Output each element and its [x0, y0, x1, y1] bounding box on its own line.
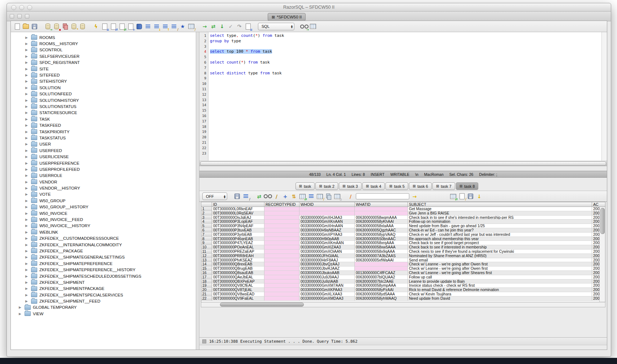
close-window-icon[interactable] — [11, 5, 16, 10]
disclosure-triangle-icon[interactable]: ▶ — [25, 268, 29, 272]
disclosure-triangle-icon[interactable]: ▶ — [25, 255, 29, 259]
tree-item-zkfedex-internationalcommodity[interactable]: ▶ZKFEDEX__INTERNATIONALCOMMODITY — [11, 242, 196, 248]
row-number-cell[interactable]: 20 — [201, 288, 212, 292]
close-tab-icon[interactable]: ⊠ — [299, 184, 302, 188]
cell[interactable]: 0033000000GmXM7AAN — [299, 283, 355, 288]
tree-item-w50-group-history[interactable]: ▶W50_GROUP__HISTORY — [11, 204, 196, 210]
open-file-icon[interactable] — [22, 23, 29, 30]
minimize-window-icon[interactable] — [19, 5, 24, 10]
cell[interactable]: 0033000000JFhGlAAL — [299, 254, 355, 258]
tree-item-solutionfeed[interactable]: ▶SOLUTIONFEED — [11, 91, 196, 97]
cell[interactable]: 0033000000GmXHnAAN — [299, 224, 355, 228]
close-document-icon[interactable]: ⊠ — [272, 15, 275, 20]
tree-item-scontrol[interactable]: ▶SCONTROL — [11, 47, 196, 53]
cell[interactable]: 0033000000JbukoAAB — [299, 271, 355, 275]
split-handle[interactable] — [196, 32, 199, 350]
view-log-icon[interactable]: ≡ — [245, 23, 251, 30]
sql-editor[interactable]: 1select type, count(*) from task2group b… — [199, 32, 607, 161]
cell[interactable]: Check back to see if good target prospec… — [408, 241, 592, 245]
edit-cell-icon[interactable]: / — [273, 193, 280, 200]
row-limit-select[interactable]: OFF ▲▼ — [202, 192, 227, 200]
cell[interactable]: 006300000058yPzAAI — [355, 288, 408, 292]
generate-ddl-icon[interactable]: + — [127, 23, 134, 30]
grid-vscroll-thumb[interactable] — [600, 208, 605, 234]
database-object-tree[interactable]: ▶ROOMS▶ROOMS__HISTORY▶SCONTROL▶SELFSERVI… — [11, 32, 196, 350]
reload-table-icon[interactable]: ⇄ — [299, 193, 306, 200]
cell[interactable]: 0033000000GmXOiAAN — [299, 250, 355, 254]
disclosure-triangle-icon[interactable]: ▶ — [25, 92, 29, 96]
cell[interactable] — [355, 262, 408, 266]
cell[interactable]: 0033000000GmXIZAA3 — [299, 245, 355, 250]
disclosure-triangle-icon[interactable]: ▶ — [25, 161, 29, 165]
column-header-WHATID[interactable]: WHATID — [355, 202, 408, 207]
tree-item-userlicense[interactable]: ▶USERLICENSE — [11, 153, 196, 160]
cell[interactable] — [264, 288, 299, 292]
export-data-icon[interactable]: ⇄ — [118, 23, 125, 30]
cell[interactable]: 00T3000000L0RknEAF — [212, 207, 264, 211]
format-sql-icon[interactable]: / — [171, 23, 177, 30]
disclosure-triangle-icon[interactable]: ▶ — [25, 287, 29, 290]
cell[interactable]: Leanne to provide update to Bain — [408, 280, 592, 284]
tree-item-zkfedex-shipment[interactable]: ▶ZKFEDEX__SHIPMENT — [11, 279, 196, 285]
help-book-icon[interactable] — [136, 23, 143, 30]
result-tab-task-6[interactable]: ⊠task 6 — [409, 182, 432, 190]
tree-item-solutionstatus[interactable]: ▶SOLUTIONSTATUS — [11, 103, 196, 109]
cell[interactable]: 006300000058yhWAAQ — [355, 296, 408, 301]
row-number-cell[interactable]: 11 — [201, 250, 212, 254]
editor-hscroll-thumb[interactable] — [200, 161, 606, 166]
tree-item-rooms[interactable]: ▶ROOMS — [11, 34, 196, 40]
database-icon[interactable] — [79, 23, 86, 30]
cell[interactable]: Follow up call — [408, 275, 592, 280]
cell[interactable]: 006300000058ympAAA — [355, 283, 408, 288]
cell[interactable] — [264, 216, 299, 220]
tree-item-vendor-history[interactable]: ▶VENDOR__HISTORY — [11, 185, 196, 191]
tree-item-vote[interactable]: ▶VOTE — [11, 191, 196, 198]
cell[interactable]: 00T3000000QAeJbEAL — [212, 275, 264, 280]
cell[interactable]: 0033000000GmXHJAA3 — [299, 216, 355, 220]
download-results-icon[interactable]: ↓ — [476, 193, 483, 200]
tree-item-view[interactable]: ▶VIEW — [11, 311, 196, 317]
cell[interactable] — [264, 241, 299, 245]
column-header-ID[interactable]: ID — [212, 202, 264, 207]
cell[interactable]: Check-in w/ Ed - can he join this year? — [408, 228, 592, 233]
disclosure-triangle-icon[interactable]: ▶ — [25, 237, 29, 240]
cell[interactable]: 00T3000000QBXPeEAP — [212, 280, 264, 284]
cell[interactable] — [264, 262, 299, 266]
cell[interactable]: 0033000000GmXKnAAN — [299, 220, 355, 224]
cell[interactable]: 00630000007bIc2AAE — [355, 280, 408, 284]
cell[interactable] — [299, 207, 355, 211]
tree-item-vendor[interactable]: ▶VENDOR — [11, 179, 196, 185]
column-header-AC[interactable]: AC — [592, 202, 605, 207]
favorites-icon[interactable]: ★ — [179, 23, 186, 30]
tree-item-taskstatus[interactable]: ▶TASKSTATUS — [11, 135, 196, 141]
result-tab-task-2[interactable]: ⊠task 2 — [315, 182, 338, 190]
mdi-restore-icon[interactable] — [10, 14, 14, 18]
disclosure-triangle-icon[interactable]: ▶ — [25, 42, 29, 46]
cell[interactable]: 0033000000JbvRJAAZ — [299, 266, 355, 271]
mdi-maximize-icon[interactable] — [25, 14, 29, 18]
row-number-cell[interactable]: 2 — [201, 211, 212, 216]
cell[interactable]: Follow-up on nomination — [408, 220, 592, 224]
cell[interactable] — [299, 211, 355, 216]
execute-lightning-icon[interactable]: ϟ — [92, 23, 99, 30]
tree-item-zkfedex-shipmatescheduledjobssettings[interactable]: ▶ZKFEDEX__SHIPMATESCHEDULEDJOBSSETTINGS — [11, 273, 196, 279]
disclosure-triangle-icon[interactable]: ▶ — [25, 293, 29, 297]
grid-hscroll-thumb[interactable] — [220, 303, 304, 307]
export-results-icon[interactable]: ⇄ — [450, 193, 457, 200]
cell[interactable]: Nominated by Shane Freeman at ANZ (HR50) — [408, 254, 592, 258]
cell[interactable]: 0033000000GmXKmAAN — [299, 241, 355, 245]
copy-connection-icon[interactable] — [62, 23, 69, 30]
tree-item-sitehistory[interactable]: ▶SITEHISTORY — [11, 78, 196, 84]
move-up-icon[interactable]: ↑ — [162, 23, 169, 30]
new-connection-icon[interactable]: * — [70, 23, 77, 30]
zoom-window-icon[interactable] — [27, 5, 32, 10]
move-down-icon[interactable]: ↓ — [153, 23, 160, 30]
table-contents-icon[interactable] — [310, 23, 316, 30]
insert-row-icon[interactable]: + — [282, 193, 289, 200]
row-number-cell[interactable]: 3 — [201, 216, 212, 220]
cell[interactable]: 006300000058x9qAAA — [355, 250, 408, 254]
tree-item-solution[interactable]: ▶SOLUTION — [11, 84, 196, 91]
cell[interactable]: 006300000058xrqAAA — [355, 241, 408, 245]
tree-item-w50-invoice[interactable]: ▶W50_INVOICE — [11, 210, 196, 216]
document-tab[interactable]: ⊠ *SFDCW50 II — [268, 13, 306, 21]
